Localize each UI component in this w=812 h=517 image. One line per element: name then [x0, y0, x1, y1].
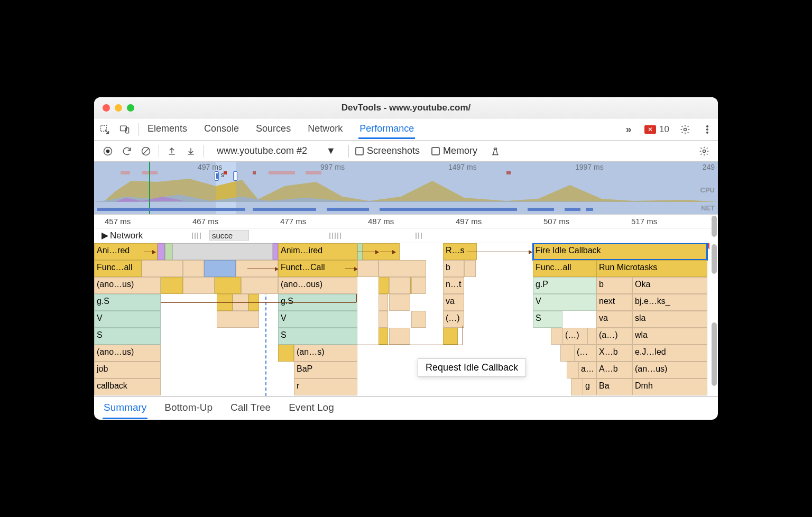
flame-bar[interactable]: Func…all	[94, 260, 142, 277]
zoom-window-button[interactable]	[127, 104, 134, 112]
flame-bar[interactable]: g.P	[533, 277, 596, 294]
flame-bar[interactable]: (ano…us)	[94, 277, 161, 294]
flame-bar[interactable]: callback	[94, 378, 161, 395]
upload-profile-icon[interactable]	[165, 145, 178, 158]
flame-bar[interactable]: Dmh	[632, 378, 707, 395]
flame-bar[interactable]: (…)	[562, 328, 588, 345]
network-request-chip[interactable]: succe	[209, 230, 249, 241]
capture-settings-gear-icon[interactable]	[698, 145, 710, 158]
flame-bar[interactable]	[379, 311, 388, 328]
recording-select[interactable]: www.youtube.com #2 ▼	[217, 145, 336, 156]
flame-bar[interactable]	[241, 277, 278, 294]
flame-bar[interactable]	[165, 243, 172, 260]
flame-bar[interactable]	[389, 328, 410, 345]
flame-bar[interactable]: S	[533, 311, 562, 328]
tab-elements[interactable]: Elements	[146, 120, 188, 139]
more-tabs-icon[interactable]: »	[622, 123, 635, 136]
flame-bar[interactable]: sla	[632, 311, 707, 328]
flame-bar[interactable]: g.S	[94, 294, 161, 311]
flame-bar[interactable]	[278, 345, 294, 362]
screenshots-checkbox[interactable]: Screenshots	[355, 145, 420, 156]
flame-bar[interactable]: (an…s)	[294, 345, 357, 362]
flame-bar[interactable]: (…)	[443, 311, 464, 328]
vertical-scrollbar-thumb[interactable]	[712, 322, 717, 386]
overview-handle-left[interactable]	[215, 171, 219, 181]
flame-bar[interactable]	[357, 260, 379, 277]
tab-sources[interactable]: Sources	[255, 120, 292, 139]
flame-bar[interactable]	[183, 260, 204, 277]
flame-bar[interactable]	[379, 294, 388, 311]
flame-bar[interactable]: X…b	[596, 345, 632, 362]
flame-bar[interactable]	[204, 260, 236, 277]
flame-bar[interactable]: S	[94, 328, 161, 345]
flame-bar[interactable]	[411, 311, 426, 328]
flame-bar[interactable]: b	[596, 277, 632, 294]
flame-bar[interactable]	[217, 311, 259, 328]
flame-bar[interactable]: r	[294, 378, 357, 395]
flame-bar[interactable]	[142, 260, 183, 277]
flame-bar[interactable]	[379, 260, 426, 277]
close-window-button[interactable]	[103, 104, 110, 112]
flame-bar[interactable]	[379, 277, 389, 294]
flame-bar[interactable]	[172, 243, 273, 260]
flame-bar[interactable]: V	[278, 311, 357, 328]
tab-summary[interactable]: Summary	[103, 398, 147, 419]
flame-bar[interactable]	[379, 328, 388, 345]
minimize-window-button[interactable]	[115, 104, 122, 112]
flame-bar[interactable]	[389, 294, 410, 311]
device-toggle-icon[interactable]	[118, 123, 131, 136]
flame-bar[interactable]	[389, 277, 410, 294]
network-track-header[interactable]: ▶ Network succe	[94, 228, 718, 243]
flame-bar[interactable]: job	[94, 362, 161, 378]
kebab-menu-icon[interactable]	[701, 123, 714, 136]
flame-bar[interactable]: S	[278, 328, 357, 345]
flame-bar[interactable]: (…	[574, 345, 596, 362]
clear-icon[interactable]	[140, 145, 152, 158]
flame-bar[interactable]: bj.e…ks_	[632, 294, 707, 311]
flame-bar[interactable]: BaP	[294, 362, 357, 378]
flame-bar[interactable]: (a…)	[596, 328, 632, 345]
flame-bar[interactable]: A…b	[596, 362, 632, 378]
flame-bar[interactable]: (ano…ous)	[278, 277, 357, 294]
flame-bar[interactable]: next	[596, 294, 632, 311]
flame-bar[interactable]: Anim…ired	[278, 243, 357, 260]
flame-bar[interactable]: g	[583, 378, 596, 395]
vertical-scrollbar-thumb[interactable]	[712, 244, 717, 274]
flame-bar[interactable]	[411, 277, 426, 294]
flame-bar[interactable]: V	[94, 311, 161, 328]
tab-network[interactable]: Network	[307, 120, 344, 139]
flame-bar[interactable]: n…t	[443, 277, 464, 294]
flame-bar[interactable]	[273, 243, 278, 260]
flame-bar[interactable]	[161, 277, 183, 294]
tab-bottom-up[interactable]: Bottom-Up	[163, 398, 214, 419]
flame-bar[interactable]: a…	[578, 362, 596, 378]
inspect-element-icon[interactable]	[98, 123, 111, 136]
flame-bar[interactable]: wla	[632, 328, 707, 345]
timeline-ruler[interactable]: 457 ms 467 ms 477 ms 487 ms 497 ms 507 m…	[94, 215, 718, 228]
flame-bar[interactable]	[464, 260, 476, 277]
flame-bar[interactable]	[158, 243, 165, 260]
flame-bar[interactable]: Oka	[632, 277, 707, 294]
flame-bar[interactable]: va	[443, 294, 464, 311]
tab-call-tree[interactable]: Call Tree	[229, 398, 272, 419]
flame-bar[interactable]: e.J…led	[632, 345, 707, 362]
flame-bar[interactable]: Run Microtasks	[596, 260, 707, 277]
garbage-collect-icon[interactable]	[489, 145, 502, 158]
disclosure-triangle-icon[interactable]: ▶	[102, 230, 108, 241]
flame-bar[interactable]: Ba	[596, 378, 632, 395]
tab-console[interactable]: Console	[203, 120, 240, 139]
reload-record-icon[interactable]	[121, 145, 133, 158]
flame-bar[interactable]: b	[443, 260, 464, 277]
flame-bar[interactable]: (ano…us)	[94, 345, 161, 362]
tab-performance[interactable]: Performance	[358, 120, 415, 139]
flame-bar[interactable]: (an…us)	[632, 362, 707, 378]
download-profile-icon[interactable]	[184, 145, 197, 158]
error-badge-icon[interactable]: ✕	[644, 125, 656, 134]
flame-bar[interactable]	[215, 277, 241, 294]
record-button-icon[interactable]	[102, 145, 114, 158]
error-count[interactable]: 10	[659, 124, 669, 135]
tab-event-log[interactable]: Event Log	[288, 398, 335, 419]
flame-bar-selected[interactable]: Fire Idle Callback	[533, 243, 707, 260]
flame-chart[interactable]: Ani…red Func…all (ano…us) g.S V S (ano…u…	[94, 243, 718, 396]
overview-handle-right[interactable]	[233, 171, 237, 181]
